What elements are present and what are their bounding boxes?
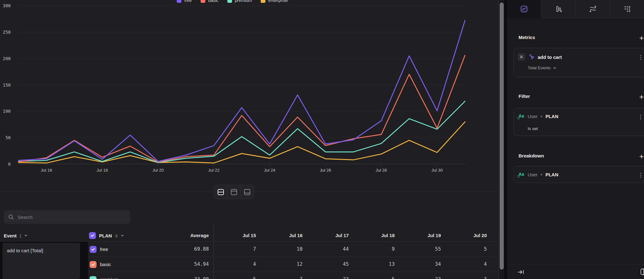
- plan-count: 4: [115, 233, 118, 238]
- plan-select-all-checkbox[interactable]: [89, 232, 96, 239]
- search-icon: [8, 214, 14, 220]
- filter-section-title: Filter: [519, 94, 530, 99]
- row-label: premium: [100, 277, 118, 279]
- average-value: 33.00: [165, 276, 209, 279]
- tab-line-chart[interactable]: [507, 0, 541, 18]
- cell-value: 4: [212, 261, 256, 267]
- scrollbar-thumb[interactable]: [500, 3, 504, 270]
- date-column-header: Jul 19: [397, 231, 441, 240]
- cell-value: 10: [258, 246, 303, 252]
- metric-event-name: add to cart: [538, 54, 562, 60]
- breakdown-property: PLAN: [546, 172, 558, 177]
- date-column-header: Jul 20: [443, 231, 487, 240]
- x-axis-label: Jul 24: [264, 168, 276, 173]
- cell-value: 34: [397, 261, 441, 267]
- cell-value: 45: [305, 261, 349, 267]
- layout-table-bottom-button[interactable]: [241, 185, 254, 199]
- filter-property-row[interactable]: User PLAN: [528, 114, 558, 119]
- average-value: 54.94: [165, 261, 209, 267]
- chevron-down-icon: [121, 234, 124, 237]
- breakdown-property-row[interactable]: User PLAN: [528, 172, 558, 177]
- x-axis-label: Jul 22: [208, 168, 219, 173]
- property-aa-icon: Aa: [517, 171, 525, 178]
- table-row-free[interactable]: free69.88710449555: [88, 242, 498, 257]
- row-checkbox-basic[interactable]: [90, 261, 97, 268]
- cell-value: 55: [397, 246, 441, 252]
- metric-measure-dropdown[interactable]: Total Events: [528, 65, 556, 70]
- cell-value: 4: [443, 261, 487, 267]
- add-breakdown-button[interactable]: +: [638, 153, 644, 161]
- metrics-section-title: Metrics: [519, 35, 535, 40]
- x-axis-label: Jul 18: [97, 168, 108, 173]
- filter-scope: User: [528, 114, 538, 119]
- row-checkbox-free[interactable]: [90, 246, 97, 253]
- y-axis-label: 50: [5, 135, 11, 140]
- cell-value: 7: [212, 246, 256, 252]
- event-click-icon: [529, 54, 535, 60]
- row-checkbox-premium[interactable]: [90, 276, 97, 279]
- plan-column-dropdown[interactable]: PLAN 4: [89, 231, 124, 240]
- series-line-free[interactable]: [19, 20, 465, 162]
- metric-options-kebab-icon[interactable]: [639, 55, 642, 60]
- filter-card[interactable]: Aa User PLAN Is set: [514, 108, 644, 136]
- x-axis-label: Jul 26: [320, 168, 331, 173]
- cell-value: 7: [258, 276, 303, 279]
- bar-chart-icon: [555, 5, 563, 13]
- breakdown-options-kebab-icon[interactable]: [639, 173, 642, 178]
- filter-operator[interactable]: Is set: [528, 126, 538, 131]
- y-axis-label: 0: [8, 162, 11, 167]
- collapse-panel-icon[interactable]: [517, 268, 525, 276]
- add-metric-button[interactable]: +: [638, 35, 644, 42]
- caret-right-icon: [540, 115, 543, 118]
- x-axis-label: Jul 16: [41, 168, 52, 173]
- divider: [504, 0, 507, 279]
- line-chart: 050100150200250300Jul 16Jul 18Jul 20Jul …: [0, 0, 498, 176]
- average-value: 69.88: [165, 246, 209, 252]
- row-label: free: [100, 247, 108, 252]
- event-header-label: Event: [4, 233, 17, 238]
- plan-header-label: PLAN: [99, 233, 112, 238]
- tab-bar-chart[interactable]: [541, 0, 575, 18]
- breakdown-scope: User: [528, 172, 538, 177]
- layout-split-rows-button[interactable]: [214, 185, 227, 199]
- chevron-down-icon: [24, 234, 27, 237]
- dots-grid-icon: [623, 5, 631, 13]
- cell-value: 9: [351, 246, 395, 252]
- metric-card[interactable]: A add to cart Total Events: [514, 48, 644, 77]
- layout-chart-top-button[interactable]: [227, 185, 240, 199]
- search-box[interactable]: [4, 210, 130, 224]
- metric-measure-label: Total Events: [528, 65, 551, 70]
- y-axis-label: 200: [3, 56, 11, 61]
- y-axis-label: 100: [3, 109, 11, 114]
- event-row-cell[interactable]: add to cart [Total]: [3, 243, 80, 279]
- line-chart-icon: [520, 5, 528, 13]
- breakdown-card[interactable]: Aa User PLAN: [514, 166, 644, 183]
- cell-value: 12: [258, 261, 303, 267]
- row-label: basic: [100, 262, 111, 267]
- cell-value: 13: [351, 261, 395, 267]
- y-axis-label: 250: [3, 30, 11, 35]
- y-axis-label: 300: [3, 3, 11, 8]
- panel-layout-icon[interactable]: [640, 268, 644, 276]
- filter-property: PLAN: [546, 114, 558, 119]
- add-filter-button[interactable]: +: [638, 94, 644, 101]
- tab-flows[interactable]: [575, 0, 610, 18]
- table-row-premium[interactable]: premium33.0057235233: [88, 272, 498, 279]
- search-input[interactable]: [18, 214, 126, 220]
- sidebar-tab-bar: [507, 0, 644, 18]
- date-column-header: Jul 15: [212, 231, 256, 240]
- cell-value: 5: [443, 246, 487, 252]
- average-column-header: Average: [165, 231, 209, 240]
- property-aa-icon: Aa: [517, 113, 525, 120]
- flows-icon: [589, 5, 597, 13]
- cell-value: 5: [351, 276, 395, 279]
- tab-more-charts[interactable]: [610, 0, 644, 18]
- table-row-basic[interactable]: basic54.944124513344: [88, 257, 498, 272]
- x-axis-label: Jul 28: [375, 168, 387, 173]
- cell-value: 23: [397, 276, 441, 279]
- chevron-down-icon: [553, 66, 556, 70]
- event-column-dropdown[interactable]: Event 1: [4, 231, 27, 240]
- chart-panel: freebasicpremiumenterprise 0501001502002…: [0, 0, 498, 279]
- layout-toggle-group: [214, 185, 254, 199]
- filter-options-kebab-icon[interactable]: [639, 115, 642, 119]
